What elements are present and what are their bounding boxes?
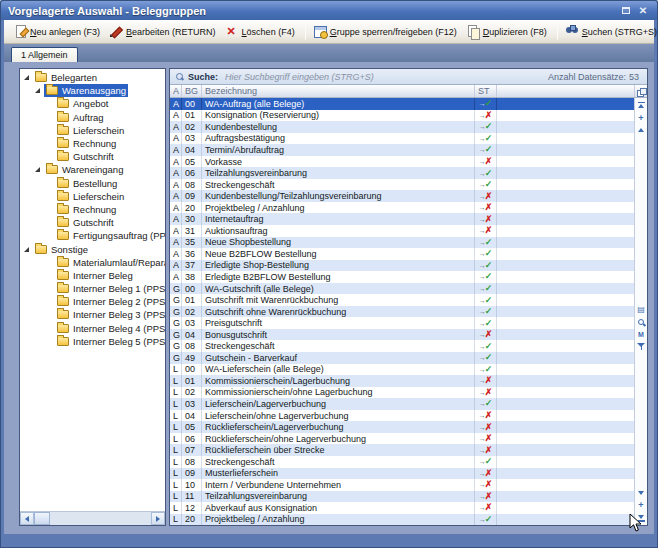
- column-header-st[interactable]: ST: [475, 85, 497, 97]
- tree-item[interactable]: Gutschrift: [20, 216, 165, 229]
- scroll-right-icon[interactable]: [151, 512, 165, 525]
- titlebar[interactable]: Vorgelagerte Auswahl - Beleggruppen ✕: [1, 1, 657, 20]
- tab-allgemein[interactable]: 1 Allgemein: [11, 47, 78, 62]
- table-row[interactable]: G 08 Streckengeschäft: [170, 340, 634, 352]
- insert-plus-icon[interactable]: +: [637, 114, 646, 123]
- tree-item[interactable]: Fertigungsauftrag (PPS): [20, 229, 165, 242]
- scroll-left-icon[interactable]: [20, 512, 34, 525]
- tree-item[interactable]: Interner Beleg 1 (PPS): [20, 282, 165, 295]
- tree-item[interactable]: Belegarten: [20, 71, 165, 84]
- table-row[interactable]: L 09 Musterlieferschein: [170, 468, 634, 480]
- tree-item[interactable]: Angebot: [20, 97, 165, 110]
- select-columns-button[interactable]: [634, 85, 647, 97]
- table-row[interactable]: G 49 Gutschein - Barverkauf: [170, 352, 634, 364]
- table-row[interactable]: G 04 Bonusgutschrift: [170, 329, 634, 341]
- gruppe-sperren-button[interactable]: Gruppe sperren/freigeben (F12): [310, 23, 461, 40]
- close-icon[interactable]: ✕: [636, 4, 650, 17]
- table-row[interactable]: L 03 Lieferschein/Lagerverbuchung: [170, 398, 634, 410]
- scrollbar-track[interactable]: [50, 512, 151, 525]
- table-row[interactable]: A 02 Kundenbestellung: [170, 121, 634, 133]
- column-header-a[interactable]: A: [170, 85, 182, 97]
- status-icon: [479, 284, 493, 293]
- table-row[interactable]: A 37 Erledigte Shop-Bestellung: [170, 260, 634, 272]
- tree-item[interactable]: Interner Beleg 2 (PPS): [20, 295, 165, 308]
- tree-item[interactable]: Gutschrift: [20, 150, 165, 163]
- table-row[interactable]: L 12 Abverkauf aus Konsignation: [170, 502, 634, 514]
- table-row[interactable]: L 07 Rücklieferschein über Strecke: [170, 444, 634, 456]
- table-row[interactable]: G 00 WA-Gutschrift (alle Belege): [170, 283, 634, 295]
- status-icon: [479, 296, 493, 305]
- tree-item[interactable]: Warenausgang: [20, 84, 165, 97]
- tree-item[interactable]: Materialumlauf/Reparatur: [20, 256, 165, 269]
- scroll-to-bottom-icon[interactable]: [637, 513, 646, 522]
- column-header-bezeichnung[interactable]: Bezeichnung: [202, 85, 475, 97]
- tree-horizontal-scrollbar[interactable]: [20, 511, 165, 525]
- search-input[interactable]: [223, 71, 548, 83]
- status-icon: [479, 492, 493, 501]
- table-row[interactable]: A 05 Vorkasse: [170, 156, 634, 168]
- table-row[interactable]: A 08 Streckengeschäft: [170, 179, 634, 191]
- filter-funnel-icon[interactable]: [637, 342, 646, 351]
- table-row[interactable]: A 36 Neue B2BFLOW Bestellung: [170, 248, 634, 260]
- expand-triangle-icon[interactable]: [35, 167, 40, 172]
- table-row[interactable]: A 00 WA-Auftrag (alle Belege): [170, 98, 634, 110]
- table-row[interactable]: A 03 Auftragsbestätigung: [170, 133, 634, 145]
- table-row[interactable]: L 08 Streckengeschäft: [170, 456, 634, 468]
- table-row[interactable]: L 05 Rücklieferschein/Lagerverbuchung: [170, 421, 634, 433]
- table-row[interactable]: A 09 Kundenbestellung/Teilzahlungsverein…: [170, 190, 634, 202]
- table-row[interactable]: G 02 Gutschrift ohne Warenrückbuchung: [170, 306, 634, 318]
- zoom-icon[interactable]: [637, 318, 646, 327]
- scroll-to-top-icon[interactable]: [637, 102, 646, 111]
- expand-triangle-icon[interactable]: [35, 88, 40, 93]
- scrollbar-thumb[interactable]: [34, 512, 50, 525]
- tree-item[interactable]: Sonstige: [20, 242, 165, 255]
- table-row[interactable]: A 30 Internetauftrag: [170, 213, 634, 225]
- duplizieren-button[interactable]: Duplizieren (F8): [463, 23, 551, 40]
- tree-item[interactable]: Lieferschein: [20, 124, 165, 137]
- tree-item[interactable]: Interner Beleg 3 (PPS): [20, 308, 165, 321]
- table-row[interactable]: L 11 Teilzahlungsvereinbarung: [170, 491, 634, 503]
- table-row[interactable]: L 01 Kommissionierschein/Lagerbuchung: [170, 375, 634, 387]
- table-row[interactable]: L 04 Lieferschein/ohne Lagerverbuchung: [170, 410, 634, 422]
- toolbar-separator: [557, 24, 558, 40]
- suchen-button[interactable]: Suchen (STRG+S): [562, 23, 658, 40]
- table-row[interactable]: G 01 Gutschrift mit Warenrückbuchung: [170, 294, 634, 306]
- tree-item[interactable]: Interner Beleg 5 (PPS): [20, 335, 165, 348]
- tree-item[interactable]: Interner Beleg: [20, 269, 165, 282]
- neu-anlegen-button[interactable]: Neu anlegen (F3): [10, 23, 104, 40]
- status-icon: [479, 319, 493, 328]
- tree-item[interactable]: Rechnung: [20, 137, 165, 150]
- column-header-bg[interactable]: BG: [182, 85, 202, 97]
- table-row[interactable]: A 01 Konsignation (Reservierung): [170, 110, 634, 122]
- new-document-icon: [14, 25, 27, 38]
- m-icon[interactable]: M: [637, 330, 646, 339]
- tree-item[interactable]: Interner Beleg 4 (PPS): [20, 322, 165, 335]
- table-row[interactable]: A 06 Teilzahlungsvereinbarung: [170, 167, 634, 179]
- table-row[interactable]: L 02 Kommissionierschein/ohne Lagerbuchu…: [170, 387, 634, 399]
- tree-item[interactable]: Rechnung: [20, 203, 165, 216]
- table-row[interactable]: A 04 Termin/Abrufauftrag: [170, 144, 634, 156]
- tree-item[interactable]: Wareneingang: [20, 163, 165, 176]
- tree-item[interactable]: Auftrag: [20, 111, 165, 124]
- table-row[interactable]: L 00 WA-Lieferschein (alle Belege): [170, 364, 634, 376]
- scroll-up-icon[interactable]: [637, 126, 646, 135]
- book-icon[interactable]: ▤: [637, 306, 646, 315]
- loeschen-button[interactable]: Löschen (F4): [222, 23, 299, 40]
- scroll-down-icon[interactable]: [637, 489, 646, 498]
- restore-icon[interactable]: [619, 4, 633, 17]
- table-row[interactable]: L 06 Rücklieferschein/ohne Lagerverbuchu…: [170, 433, 634, 445]
- table-row[interactable]: L 10 Intern / Verbundene Unternehmen: [170, 479, 634, 491]
- table-row[interactable]: A 20 Projektbeleg / Anzahlung: [170, 202, 634, 214]
- expand-triangle-icon[interactable]: [24, 75, 29, 80]
- tree-item[interactable]: Lieferschein: [20, 190, 165, 203]
- insert-plus-icon[interactable]: +: [637, 501, 646, 510]
- status-icon: [479, 376, 493, 385]
- table-row[interactable]: G 03 Preisgutschrift: [170, 317, 634, 329]
- expand-triangle-icon[interactable]: [24, 247, 29, 252]
- table-row[interactable]: A 35 Neue Shopbestellung: [170, 237, 634, 249]
- table-row[interactable]: A 31 Auktionsauftrag: [170, 225, 634, 237]
- tree-item[interactable]: Bestellung: [20, 177, 165, 190]
- table-row[interactable]: A 38 Erledigte B2BFLOW Bestellung: [170, 271, 634, 283]
- bearbeiten-button[interactable]: Bearbeiten (RETURN): [106, 23, 220, 40]
- table-row[interactable]: L 20 Projektbeleg / Anzahlung: [170, 514, 634, 526]
